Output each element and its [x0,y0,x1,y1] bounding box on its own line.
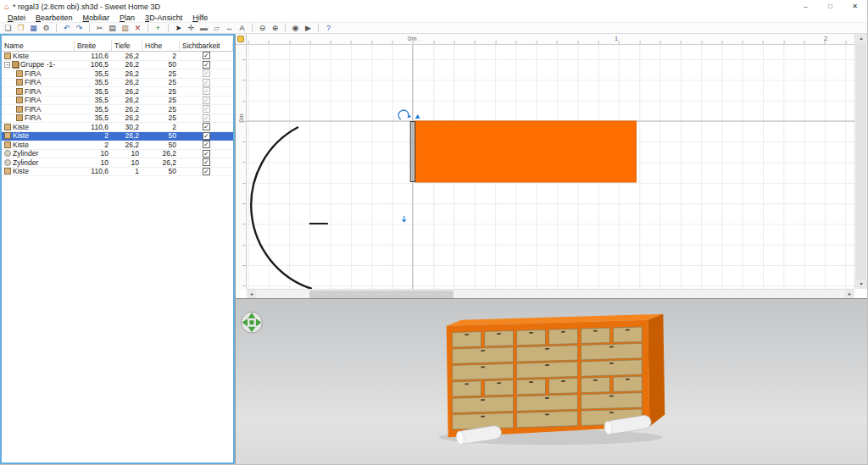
breite-value: 35,5 [75,96,112,104]
horizontal-scroll-thumb[interactable] [309,291,453,298]
scroll-right-arrow[interactable]: ▸ [845,290,854,298]
column-header-breite[interactable]: Breite [75,41,112,51]
drawer [453,412,514,429]
menu-hilfe[interactable]: Hilfe [187,13,213,22]
menu-mobiliar[interactable]: Mobiliar [78,13,115,22]
visibility-checkbox[interactable]: ✓ [203,97,210,104]
furniture-row-fira[interactable]: FIRA35,526,225✓ [2,114,233,124]
maximize-button[interactable]: □ [818,0,843,13]
furniture-row-fira[interactable]: FIRA35,526,225✓ [2,69,233,79]
furniture-row-kiste[interactable]: Kiste226,250✓ [2,132,233,141]
visibility-checkbox[interactable]: ✓ [203,52,210,59]
column-header-name[interactable]: Name [2,41,75,51]
visibility-checkbox[interactable]: ✓ [203,168,210,175]
open-icon[interactable]: ❐ [15,23,26,33]
help-icon[interactable]: ? [323,23,334,33]
pan-icon[interactable]: ✛ [186,23,197,33]
group-expander[interactable]: − [4,62,10,68]
paste-icon[interactable]: ▥ [120,23,131,33]
furniture-row-kiste[interactable]: Kiste110,630,22✓ [2,123,233,132]
tiefe-value: 10 [112,158,142,167]
zylinder-icon [4,159,11,166]
create-rooms-icon[interactable]: ▱ [211,23,222,33]
visibility-checkbox[interactable]: ✓ [203,132,210,140]
visibility-checkbox[interactable]: ✓ [203,158,210,166]
name-cell: FIRA [2,105,75,113]
visibility-checkbox[interactable]: ✓ [203,61,210,69]
save-icon[interactable]: ▦ [28,23,39,33]
create-dimensions-icon[interactable]: ↔ [224,23,235,33]
scroll-left-arrow[interactable]: ◂ [247,290,256,298]
navigation-compass[interactable] [241,312,262,333]
plan-selected-piece[interactable] [410,122,415,182]
title-bar[interactable]: ⌂ * regal3 (2.8cm obi).sh3d - Sweet Home… [0,0,867,13]
redo-icon[interactable]: ↷ [74,23,85,33]
add-text-icon[interactable]: A [236,23,248,33]
selection-rotate-handle[interactable] [398,110,411,119]
plan-canvas[interactable] [247,45,854,289]
kiste-icon [4,168,11,174]
furniture-row-zylinder[interactable]: Zylinder101026,2✓ [2,150,233,159]
drawer-handle [626,379,630,380]
delete-icon[interactable]: ✕ [132,23,143,33]
scroll-up-arrow[interactable]: ▴ [855,34,867,43]
plan-view[interactable]: 0m12 0m [236,34,867,299]
furniture-row-fira[interactable]: FIRA35,526,225✓ [2,105,233,114]
select-icon[interactable]: ➤ [173,23,184,33]
visibility-checkbox[interactable]: ✓ [203,150,210,158]
menu-plan[interactable]: Plan [114,13,140,22]
drawer [453,396,514,413]
toolbar-separator [252,24,253,32]
plan-vertical-scrollbar[interactable]: ▴ ▾ [854,34,867,289]
furniture-row-zylinder[interactable]: Zylinder101026,2✓ [2,158,233,168]
breite-value: 35,5 [75,78,112,86]
create-walls-icon[interactable]: ▬ [198,23,209,33]
add-furniture-icon[interactable]: + [153,23,164,33]
furniture-row-fira[interactable]: FIRA35,526,225✓ [2,87,233,97]
copy-icon[interactable]: ▤ [107,23,118,33]
zoom-out-icon[interactable]: ⊖ [257,23,268,33]
video-icon[interactable]: ▶ [303,23,314,33]
new-home-icon[interactable]: ❏ [3,23,14,33]
plan-wall-arc[interactable] [251,127,312,289]
visibility-cell: ✓ [180,132,233,140]
column-header-sichtbarkeit[interactable]: Sichtbarkeit [180,41,233,51]
menu-3d-ansicht[interactable]: 3D-Ansicht [140,13,187,22]
undo-icon[interactable]: ↶ [61,23,72,33]
visibility-checkbox[interactable]: ✓ [203,123,210,130]
selection-resize-handle[interactable] [403,216,406,222]
column-header-h-he[interactable]: Höhe [142,41,180,51]
close-button[interactable]: ✕ [843,0,867,13]
plan-horizontal-scrollbar[interactable]: ◂ ▸ [247,289,854,298]
menu-datei[interactable]: Datei [3,13,31,22]
visibility-checkbox[interactable]: ✓ [203,69,210,77]
furniture-row-fira[interactable]: FIRA35,526,225✓ [2,79,233,88]
visibility-checkbox[interactable]: ✓ [203,114,210,122]
zoom-in-icon[interactable]: ⊕ [270,23,281,33]
furniture-row-fira[interactable]: FIRA35,526,225✓ [2,97,233,106]
scroll-down-arrow[interactable]: ▾ [855,280,867,289]
selection-elevation-handle[interactable] [415,114,420,119]
furniture-row-kiste[interactable]: Kiste110,6150✓ [2,168,233,177]
plan-furniture-shelf[interactable] [415,121,637,182]
furniture-row-kiste[interactable]: Kiste226,250✓ [2,141,233,150]
visibility-checkbox[interactable]: ✓ [203,141,210,148]
toolbar-separator [285,24,286,32]
photo-icon[interactable]: ◉ [290,23,301,33]
column-header-tiefe[interactable]: Tiefe [112,41,142,51]
furniture-name: FIRA [25,78,41,86]
furniture-row-gruppe-1[interactable]: −Gruppe -1-106,526,250✓ [2,61,233,70]
view-3d[interactable] [236,299,867,464]
menu-bearbeiten[interactable]: Bearbeiten [31,13,78,22]
preferences-icon[interactable]: ⚙ [41,23,52,33]
visibility-checkbox[interactable]: ✓ [203,79,210,86]
drawer [517,346,578,363]
cut-icon[interactable]: ✂ [94,23,105,33]
minimize-button[interactable]: – [793,0,818,13]
furniture-row-kiste[interactable]: Kiste110,626,22✓ [2,52,233,61]
visibility-checkbox[interactable]: ✓ [203,105,210,113]
name-cell: Zylinder [2,158,75,167]
visibility-checkbox[interactable]: ✓ [203,87,210,95]
vertical-scroll-thumb[interactable] [856,43,866,280]
visibility-cell: ✓ [180,52,233,59]
